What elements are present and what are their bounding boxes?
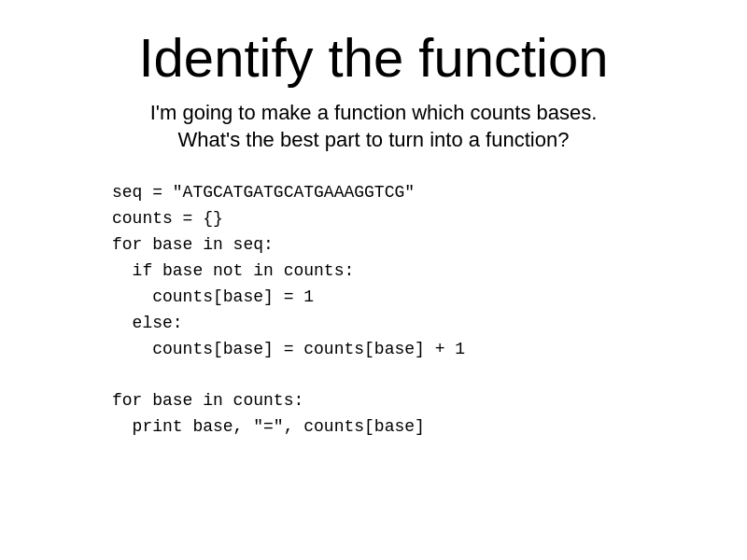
code-line9: for base in counts: [112, 391, 303, 410]
slide: Identify the function I'm going to make … [0, 0, 747, 560]
code-line5: counts[base] = 1 [112, 287, 314, 306]
code-line10: print base, "=", counts[base] [112, 417, 425, 436]
code-line7: counts[base] = counts[base] + 1 [112, 340, 465, 358]
code-line2: counts = {} [112, 209, 223, 228]
code-line6: else: [112, 314, 183, 332]
code-block: seq = "ATGCATGATGCATGAAAGGTCG" counts = … [56, 180, 691, 441]
slide-title: Identify the function [139, 28, 609, 88]
slide-subtitle: I'm going to make a function which count… [150, 99, 598, 154]
code-line3: for base in seq: [112, 235, 274, 254]
subtitle-line2: What's the best part to turn into a func… [178, 128, 570, 151]
code-line1: seq = "ATGCATGATGCATGAAAGGTCG" [112, 183, 415, 202]
subtitle-line1: I'm going to make a function which count… [150, 101, 598, 124]
code-line4: if base not in counts: [112, 261, 354, 280]
